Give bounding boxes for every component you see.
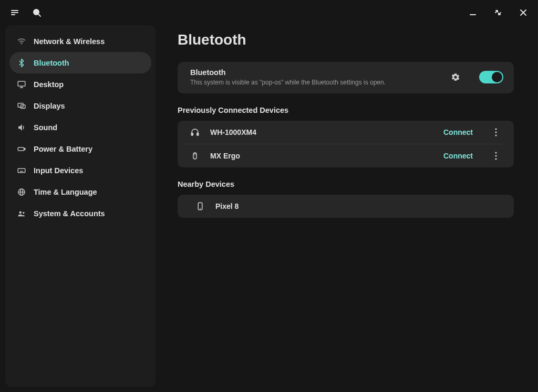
svg-line-4 — [38, 14, 40, 16]
bluetooth-status-sub: This system is visible as "pop-os" while… — [190, 79, 386, 86]
nearby-devices-list: Pixel 8 — [178, 195, 514, 218]
sidebar-item-label: Bluetooth — [34, 59, 69, 67]
device-name: MX Ergo — [210, 152, 240, 160]
search-button[interactable] — [33, 8, 41, 17]
sidebar-item-sound[interactable]: Sound — [9, 116, 151, 138]
minimize-button[interactable] — [469, 8, 477, 17]
svg-rect-14 — [24, 148, 25, 150]
sidebar-item-system[interactable]: System & Accounts — [9, 203, 151, 224]
connect-button[interactable]: Connect — [443, 152, 473, 160]
sidebar-item-displays[interactable]: Displays — [9, 95, 151, 116]
svg-rect-13 — [18, 147, 24, 151]
bluetooth-status-card: Bluetooth This system is visible as "pop… — [178, 62, 514, 93]
previous-devices-list: WH-1000XM4 Connect MX Ergo Connect — [178, 121, 514, 167]
svg-rect-25 — [191, 133, 193, 136]
svg-point-28 — [495, 131, 496, 133]
svg-point-29 — [495, 134, 496, 136]
bluetooth-icon — [17, 58, 26, 68]
sidebar-item-label: Time & Language — [34, 188, 97, 196]
svg-rect-26 — [197, 133, 199, 136]
svg-point-24 — [23, 211, 24, 213]
svg-point-33 — [495, 155, 496, 156]
bluetooth-toggle[interactable] — [479, 71, 503, 83]
globe-icon — [17, 187, 26, 197]
device-name: Pixel 8 — [215, 202, 239, 210]
sound-icon — [17, 123, 26, 132]
headphones-icon — [190, 128, 200, 137]
section-previous-label: Previously Connected Devices — [178, 106, 514, 114]
section-nearby-label: Nearby Devices — [178, 180, 514, 188]
sidebar-item-label: Sound — [34, 123, 57, 132]
sidebar-item-bluetooth[interactable]: Bluetooth — [9, 52, 151, 73]
device-more-button[interactable] — [495, 152, 503, 160]
device-more-button[interactable] — [495, 128, 503, 136]
sidebar-item-label: Displays — [34, 102, 65, 110]
phone-icon — [195, 202, 205, 211]
wifi-icon — [17, 37, 26, 46]
svg-point-32 — [495, 152, 496, 153]
sidebar-item-label: Input Devices — [34, 166, 83, 175]
keyboard-icon — [17, 166, 26, 175]
sidebar-item-label: Power & Battery — [34, 145, 92, 153]
close-button[interactable] — [519, 8, 527, 17]
device-row[interactable]: Pixel 8 — [178, 195, 514, 218]
sidebar-item-power[interactable]: Power & Battery — [9, 138, 151, 160]
battery-icon — [17, 144, 26, 154]
maximize-button[interactable] — [494, 8, 502, 17]
svg-rect-15 — [18, 168, 25, 173]
settings-button[interactable] — [451, 72, 460, 82]
app-menu-button[interactable] — [11, 8, 19, 17]
device-row[interactable]: MX Ergo Connect — [185, 144, 506, 167]
sidebar-item-desktop[interactable]: Desktop — [9, 73, 151, 95]
accounts-icon — [17, 209, 26, 218]
sidebar: Network & Wireless Bluetooth Desktop Dis… — [5, 25, 156, 387]
sidebar-item-time[interactable]: Time & Language — [9, 181, 151, 203]
svg-point-27 — [495, 128, 496, 130]
titlebar — [0, 0, 538, 25]
desktop-icon — [17, 80, 26, 89]
mouse-icon — [190, 151, 200, 161]
device-name: WH-1000XM4 — [210, 128, 256, 136]
svg-rect-8 — [18, 81, 25, 86]
bluetooth-status-heading: Bluetooth — [190, 68, 386, 77]
main-content: Bluetooth Bluetooth This system is visib… — [161, 25, 531, 387]
connect-button[interactable]: Connect — [443, 128, 473, 136]
svg-point-34 — [495, 158, 496, 160]
sidebar-item-label: Desktop — [34, 80, 64, 89]
sidebar-item-label: Network & Wireless — [34, 37, 105, 46]
displays-icon — [17, 101, 26, 111]
sidebar-item-network[interactable]: Network & Wireless — [9, 30, 151, 52]
sidebar-item-label: System & Accounts — [34, 209, 105, 218]
page-title: Bluetooth — [178, 31, 514, 48]
svg-point-23 — [19, 211, 22, 214]
device-row[interactable]: WH-1000XM4 Connect — [178, 121, 514, 144]
sidebar-item-input[interactable]: Input Devices — [9, 160, 151, 181]
